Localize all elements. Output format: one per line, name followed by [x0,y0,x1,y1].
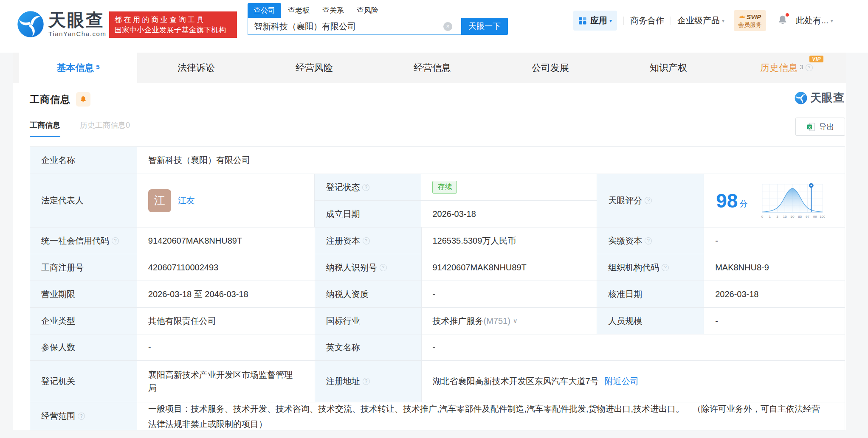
tab-company-development[interactable]: 公司发展 [491,53,609,83]
tab-label: 公司发展 [532,62,569,74]
svg-text:85: 85 [798,215,802,219]
business-term-label: 营业期限 [30,281,137,308]
svip-member-button[interactable]: SVIP 会员服务 [734,10,766,31]
paid-capital-value: - [704,227,845,254]
help-icon[interactable]: ? [362,184,369,191]
legal-rep-avatar[interactable]: 江 [148,189,171,212]
svg-text:X: X [808,125,811,129]
tab-label: 经营风险 [296,62,333,74]
monitor-bell-button[interactable] [76,92,90,107]
business-cooperation-link[interactable]: 商务合作 [630,15,664,26]
business-scope-label: 经营范围 ? [30,402,137,430]
org-code-value: MAK8NHU8-9 [704,254,845,281]
help-icon[interactable]: ? [645,197,652,204]
page-body: 基本信息 5 法律诉讼 经营风险 经营信息 公司发展 知识产权 VIP 历史信息… [0,53,868,438]
table-row: 统一社会信用代码 ? 91420607MAK8NHU89T 注册资本 ? 126… [30,227,845,254]
chevron-down-icon[interactable]: ∨ [513,317,518,325]
subtab-history-business-info[interactable]: 历史工商信息0 [80,120,130,137]
search-area: 查公司 查老板 查关系 查风险 天眼一下 × [248,4,508,35]
taxpayer-id-label: 纳税人识别号 ? [315,254,422,281]
business-info-card: 工商信息 [13,83,846,430]
tab-intellectual-property[interactable]: 知识产权 [609,53,727,83]
reg-capital-label: 注册资本 ? [315,227,422,254]
tab-label: 基本信息 [56,62,94,74]
industry-value: 技术推广服务 (M751) ∨ [422,308,597,334]
search-tab-relation[interactable]: 查关系 [322,3,344,18]
excel-icon: X [806,122,816,132]
subtab-business-info[interactable]: 工商信息 [30,120,60,137]
grid-apps-icon [578,17,587,25]
user-menu[interactable]: 此处有... ▾ [796,15,833,26]
vip-badge: VIP [809,56,823,62]
insured-count-label: 参保人数 [30,334,137,361]
approved-date-value: 2026-03-18 [704,281,845,308]
tab-count: 5 [96,63,99,70]
clear-search-icon[interactable]: × [443,22,452,31]
search-tab-company[interactable]: 查公司 [248,3,281,18]
enterprise-products-link[interactable]: 企业级产品 [677,15,720,26]
divider [623,17,624,25]
reg-address-label: 注册地址 ? [315,361,422,402]
company-search-input[interactable] [248,18,461,35]
table-row: 法定代表人 江 江友 登记状态 ? 存续 [30,174,845,227]
registry-authority-value: 襄阳高新技术产业开发区市场监督管理局 [137,361,315,402]
notifications-bell[interactable] [777,14,788,27]
export-button[interactable]: X 导出 [795,118,845,136]
help-icon[interactable]: ? [363,237,370,244]
credit-code-value: 91420607MAK8NHU89T [137,227,315,254]
search-tab-risk[interactable]: 查风险 [357,3,378,18]
tab-label: 历史信息 [760,62,798,74]
apps-label: 应用 [590,15,607,26]
promo-badge: 都在用的商业查询工具 国家中小企业发展子基金旗下机构 [109,11,237,38]
header: 天眼查 TianYanCha.com 都在用的商业查询工具 国家中小企业发展子基… [0,0,868,41]
tianyan-score-label: 天眼评分 ? [597,174,704,227]
establish-date-value: 2026-03-18 [421,201,597,227]
svg-text:15: 15 [783,215,787,219]
header-gap [0,41,868,53]
tab-label: 经营信息 [414,62,451,74]
taxpayer-qualification-value: - [422,281,597,308]
reg-address-value: 湖北省襄阳高新技术开发区东风汽车大道7号 附近公司 [422,361,845,402]
tab-business-info[interactable]: 经营信息 [373,53,491,83]
tab-operational-risk[interactable]: 经营风险 [255,53,373,83]
insured-count-value: - [137,334,315,361]
search-button[interactable]: 天眼一下 [461,18,508,35]
table-row: 营业期限 2026-03-18 至 2046-03-18 纳税人资质 - 核准日… [30,281,845,308]
table-row: 登记机关 襄阳高新技术产业开发区市场监督管理局 注册地址 ? 湖北省襄阳高新技术… [30,361,845,402]
tab-basic-info[interactable]: 基本信息 5 [19,53,137,83]
tab-history-info[interactable]: VIP 历史信息 3 ? [727,53,845,83]
business-scope-value: 一般项目：技术服务、技术开发、技术咨询、技术交流、技术转让、技术推广,汽车零部件… [137,402,845,430]
help-icon[interactable]: ? [78,413,85,420]
help-icon[interactable]: ? [112,237,119,244]
svg-text:99: 99 [813,215,817,219]
logo-domain: TianYanCha.com [48,30,107,37]
business-registration-table: 企业名称 智新科技（襄阳）有限公司 法定代表人 江 江友 [30,146,845,430]
search-tab-boss[interactable]: 查老板 [288,3,310,18]
legal-rep-label: 法定代表人 [30,174,137,227]
chevron-down-icon: ▾ [722,18,724,24]
tianyancha-logo[interactable]: 天眼查 TianYanCha.com [17,11,107,38]
svg-text:100: 100 [820,215,825,219]
establish-date-label: 成立日期 [315,201,421,227]
apps-menu[interactable]: 应用 ▾ [573,11,617,31]
reg-capital-value: 126535.5309万人民币 [422,227,597,254]
table-row: 工商注册号 420607110002493 纳税人识别号 ? 91420607M… [30,254,845,281]
help-icon[interactable]: ? [806,64,813,71]
legal-rep-name-link[interactable]: 江友 [178,195,195,206]
help-icon[interactable]: ? [662,264,669,271]
chevron-down-icon: ▾ [831,18,833,24]
industry-name: 技术推广服务 [433,315,484,327]
help-icon[interactable]: ? [645,237,652,244]
tianyan-score-value: 98 分 [704,174,845,227]
nearby-companies-link[interactable]: 附近公司 [605,376,639,387]
subtabs: 工商信息 历史工商信息0 [30,120,130,137]
help-icon[interactable]: ? [380,264,387,271]
help-icon[interactable]: ? [363,378,370,385]
crown-icon [739,14,745,19]
tab-legal-proceedings[interactable]: 法律诉讼 [137,53,255,83]
watermark-text: 天眼查 [810,90,845,105]
score-unit: 分 [739,199,747,210]
header-menu: 应用 ▾ 商务合作 企业级产品 ▾ SVIP 会员服务 [573,0,833,41]
registry-authority-label: 登记机关 [30,361,137,402]
tianyancha-logo-icon [795,92,807,104]
